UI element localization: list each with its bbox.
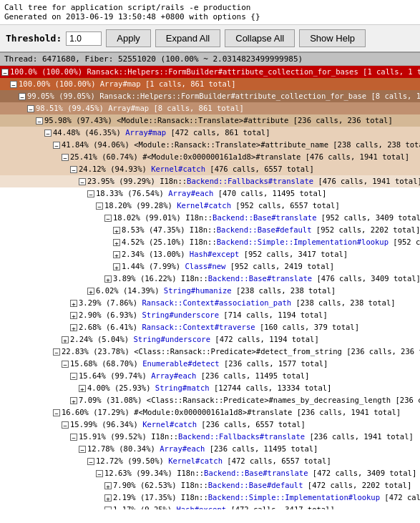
- method-link[interactable]: String#match: [155, 383, 210, 392]
- method-link[interactable]: String#humanize: [164, 286, 232, 295]
- tree-toggle[interactable]: −: [87, 190, 94, 197]
- tree-toggle[interactable]: −: [70, 373, 77, 380]
- tree-row: −12.63% (99.34%) I18n::Backend::Base#tra…: [0, 467, 420, 479]
- tree-toggle[interactable]: −: [70, 434, 77, 441]
- method-link[interactable]: Backend::Fallbacks#translate: [178, 432, 305, 441]
- tree-toggle[interactable]: +: [70, 324, 77, 331]
- tree-toggle[interactable]: −: [62, 361, 69, 368]
- tree-container[interactable]: −100.0% (100.00%) Ransack::Helpers::Form…: [0, 66, 420, 509]
- method-link[interactable]: Kernel#catch: [142, 420, 197, 429]
- method-link[interactable]: Array#map: [125, 128, 166, 137]
- tree-row-text: 95.98% (97.43%) <Module::Ransack::Transl…: [44, 116, 393, 124]
- tree-toggle[interactable]: −: [62, 421, 69, 429]
- tree-row: +6.02% (14.39%) String#humanize [238 cal…: [0, 285, 420, 297]
- tree-toggle[interactable]: −: [96, 202, 103, 210]
- method-link[interactable]: Class#new: [185, 262, 226, 270]
- tree-toggle[interactable]: −: [27, 105, 34, 112]
- method-link[interactable]: Array#each: [168, 189, 213, 197]
- tree-row: −12.78% (80.34%) Array#each [236 calls, …: [0, 443, 420, 455]
- tree-row-text: 4.00% (25.93%): [87, 383, 155, 392]
- method-link[interactable]: Kernel#catch: [177, 201, 231, 210]
- tree-toggle[interactable]: −: [19, 93, 26, 100]
- tree-row: −100.00% (100.00%) Array#map [1 calls, 8…: [0, 78, 420, 90]
- method-link[interactable]: Kernel#catch: [168, 456, 223, 465]
- apply-button[interactable]: Apply: [106, 29, 151, 47]
- tree-toggle[interactable]: +: [104, 482, 112, 489]
- tree-toggle[interactable]: +: [113, 263, 120, 270]
- tree-row-suffix: [714 calls, 1194 total]: [219, 311, 328, 319]
- thread-info: Thread: 6471680, Fiber: 52551020 (100.00…: [4, 54, 303, 64]
- tree-row: −15.99% (96.34%) Kernel#catch [236 calls…: [0, 419, 420, 431]
- tree-toggle[interactable]: +: [70, 312, 77, 319]
- tree-toggle[interactable]: +: [113, 251, 120, 258]
- tree-toggle[interactable]: +: [113, 239, 120, 246]
- tree-row: −18.20% (99.28%) Kernel#catch [952 calls…: [0, 200, 420, 212]
- method-link[interactable]: String#underscore: [134, 335, 210, 343]
- method-link[interactable]: Hash#except: [190, 250, 240, 258]
- threshold-input[interactable]: [66, 31, 102, 46]
- tree-row-suffix: [472 calls, 3409 total]: [308, 469, 416, 477]
- tree-toggle[interactable]: −: [96, 470, 103, 477]
- tree-row-suffix: [472 calls, 2675 total]: [380, 493, 420, 502]
- tree-toggle[interactable]: +: [70, 397, 77, 404]
- method-link[interactable]: Enumerable#detect: [142, 359, 219, 368]
- tree-toggle[interactable]: +: [62, 336, 69, 343]
- show-help-button[interactable]: Show Help: [299, 29, 366, 47]
- method-link[interactable]: Backend::Base#translate: [204, 469, 308, 477]
- method-link[interactable]: Hash#except: [177, 505, 227, 509]
- method-link[interactable]: Backend::Base#default: [208, 481, 303, 489]
- tree-toggle[interactable]: +: [70, 300, 77, 307]
- tree-row: −44.48% (46.35%) Array#map [472 calls, 8…: [0, 127, 420, 139]
- tree-toggle[interactable]: +: [104, 275, 112, 283]
- tree-toggle[interactable]: −: [53, 348, 60, 356]
- tree-toggle[interactable]: +: [104, 507, 112, 509]
- tree-toggle[interactable]: −: [70, 166, 77, 173]
- method-link[interactable]: Backend::Fallbacks#translate: [187, 177, 313, 185]
- toolbar: Threshold: Apply Expand All Collapse All…: [0, 25, 420, 53]
- method-link[interactable]: Backend::Simple::Implementation#lookup: [217, 238, 389, 246]
- method-link[interactable]: Array#each: [151, 371, 196, 380]
- tree-row-suffix: [952 calls, 3409 total]: [316, 213, 420, 222]
- tree-row-text: 18.20% (99.28%): [104, 201, 177, 210]
- tree-toggle[interactable]: −: [1, 69, 9, 76]
- method-link[interactable]: Ransack::Context#traverse: [142, 323, 255, 331]
- tree-row: +4.00% (25.93%) String#match [12744 call…: [0, 382, 420, 394]
- tree-toggle[interactable]: −: [79, 446, 86, 453]
- tree-toggle[interactable]: −: [62, 154, 69, 161]
- tree-toggle[interactable]: −: [104, 215, 112, 222]
- tree-row: −15.91% (99.52%) I18n::Backend::Fallback…: [0, 431, 420, 443]
- method-link[interactable]: String#underscore: [142, 311, 219, 319]
- method-link[interactable]: Backend::Base#translate: [208, 274, 312, 283]
- method-link[interactable]: Ransack::Context#association_path: [142, 298, 292, 307]
- tree-toggle[interactable]: −: [44, 129, 52, 137]
- collapse-all-button[interactable]: Collapse All: [225, 29, 295, 47]
- method-link[interactable]: Array#map: [100, 79, 141, 88]
- method-link[interactable]: Array#each: [160, 444, 205, 453]
- method-link[interactable]: Backend::Base#default: [217, 225, 312, 234]
- method-link[interactable]: Backend::Simple::Implementation#lookup: [208, 493, 380, 502]
- tree-toggle[interactable]: +: [87, 288, 94, 295]
- tree-row-text: 8.53% (47.35%) I18n::: [122, 225, 217, 234]
- tree-toggle[interactable]: −: [36, 117, 43, 124]
- tree-toggle[interactable]: +: [113, 227, 120, 234]
- tree-toggle[interactable]: +: [104, 494, 112, 502]
- method-link[interactable]: Ransack::Helpers::FormBuilder#attribute_…: [87, 67, 358, 76]
- tree-toggle[interactable]: +: [79, 385, 86, 392]
- tree-row-suffix: [952 calls, 2675 total]: [389, 238, 420, 246]
- tree-toggle[interactable]: −: [10, 81, 17, 88]
- tree-toggle[interactable]: −: [53, 409, 60, 416]
- method-link[interactable]: Backend::Base#translate: [213, 213, 316, 222]
- tree-toggle[interactable]: −: [87, 458, 94, 465]
- tree-row-suffix: [238 calls, 238 total]: [232, 286, 336, 295]
- tree-row-text: 99.05% (99.05%): [27, 92, 99, 100]
- tree-row-text: 2.34% (13.00%): [122, 250, 190, 258]
- expand-all-button[interactable]: Expand All: [155, 29, 220, 47]
- tree-toggle[interactable]: −: [79, 178, 86, 185]
- method-link[interactable]: Array#map: [108, 104, 149, 112]
- method-link[interactable]: Kernel#catch: [151, 165, 205, 173]
- tree-row: −22.83% (23.78%) <Class::Ransack::Predic…: [0, 346, 420, 358]
- method-link[interactable]: Ransack::Helpers::FormBuilder#attribute_…: [99, 92, 366, 100]
- call-tree: −100.0% (100.00%) Ransack::Helpers::Form…: [0, 66, 420, 509]
- tree-toggle[interactable]: −: [53, 142, 60, 149]
- tree-row-text: 22.83% (23.78%) <Class::Ransack::Predica…: [62, 347, 420, 356]
